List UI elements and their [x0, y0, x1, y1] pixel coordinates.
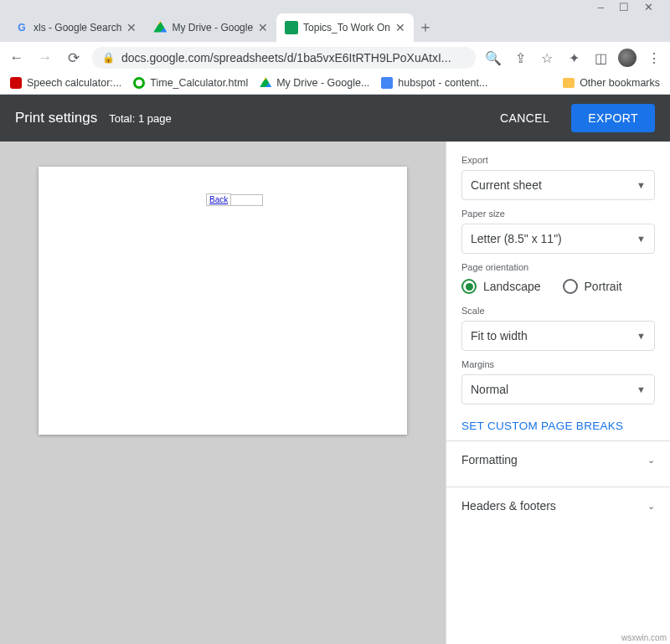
portrait-radio[interactable]: Portrait: [563, 279, 622, 294]
forward-button[interactable]: →: [35, 49, 55, 66]
chevron-down-icon: ▼: [636, 384, 646, 394]
share-icon[interactable]: ⇪: [511, 50, 529, 66]
drive-icon: [153, 21, 167, 34]
maximize-icon[interactable]: ☐: [619, 1, 629, 13]
bookmark-2[interactable]: My Drive - Google...: [260, 77, 369, 89]
cancel-button[interactable]: CANCEL: [490, 111, 559, 125]
other-bookmarks[interactable]: Other bookmarks: [563, 77, 660, 89]
toolbar: ← → ⟳ 🔒 docs.google.com/spreadsheets/d/1…: [0, 42, 670, 74]
chevron-down-icon: ⌄: [647, 501, 655, 512]
profile-avatar[interactable]: [618, 49, 636, 67]
back-button[interactable]: ←: [7, 49, 27, 66]
print-settings-header: Print settings Total: 1 page CANCEL EXPO…: [0, 95, 670, 142]
tab-1[interactable]: My Drive - Google ✕: [145, 13, 276, 42]
minimize-icon[interactable]: –: [598, 1, 604, 13]
chevron-down-icon: ⌄: [647, 455, 655, 466]
bookmark-0[interactable]: Speech calculator:...: [10, 77, 121, 89]
page-preview: Back: [39, 167, 407, 435]
close-window-icon[interactable]: ✕: [644, 1, 653, 13]
bookmark-label: My Drive - Google...: [276, 77, 369, 89]
sheets-icon: [285, 21, 298, 34]
tab-title: Topics_To Work On: [303, 22, 390, 33]
google-icon: [15, 21, 28, 34]
export-label: Export: [461, 155, 655, 165]
radio-label: Portrait: [585, 280, 622, 293]
export-select[interactable]: Current sheet ▼: [461, 170, 655, 200]
bookmark-3[interactable]: hubspot - content...: [381, 77, 487, 89]
close-icon[interactable]: ✕: [258, 21, 268, 34]
zoom-icon[interactable]: 🔍: [484, 50, 502, 66]
radio-label: Landscape: [483, 280, 541, 293]
paper-size-select[interactable]: Letter (8.5" x 11") ▼: [461, 224, 655, 254]
print-body: Back Export Current sheet ▼ Paper size L…: [0, 142, 670, 644]
export-button[interactable]: EXPORT: [571, 104, 655, 132]
select-value: Normal: [471, 383, 508, 396]
close-icon[interactable]: ✕: [126, 21, 137, 34]
page-title: Print settings: [15, 110, 97, 126]
browser-chrome: – ☐ ✕ xls - Google Search ✕ My Drive - G…: [0, 0, 670, 95]
preview-cell-link: Back: [206, 193, 231, 206]
new-tab-button[interactable]: ＋: [414, 17, 437, 37]
close-icon[interactable]: ✕: [395, 21, 405, 34]
tab-0[interactable]: xls - Google Search ✕: [7, 13, 145, 42]
expander-label: Headers & footers: [461, 499, 556, 513]
folder-icon: [563, 78, 575, 88]
watermark: wsxwin.com: [621, 633, 667, 642]
orientation-label: Page orientation: [461, 262, 655, 272]
scale-label: Scale: [461, 306, 655, 316]
total-pages: Total: 1 page: [109, 112, 171, 125]
chevron-down-icon: ▼: [636, 331, 646, 341]
bookmarks-bar: Speech calculator:... Time_Calculator.ht…: [0, 74, 670, 95]
address-bar[interactable]: 🔒 docs.google.com/spreadsheets/d/1ba5vxE…: [92, 47, 476, 69]
preview-cell: [231, 194, 263, 206]
margins-select[interactable]: Normal ▼: [461, 374, 655, 404]
bookmark-1[interactable]: Time_Calculator.html: [133, 77, 248, 89]
select-value: Current sheet: [471, 178, 542, 192]
bookmark-label: hubspot - content...: [398, 77, 487, 89]
settings-panel: Export Current sheet ▼ Paper size Letter…: [446, 142, 670, 644]
reload-button[interactable]: ⟳: [64, 49, 84, 67]
lock-icon: 🔒: [102, 52, 115, 64]
landscape-radio[interactable]: Landscape: [461, 279, 541, 294]
bookmark-label: Time_Calculator.html: [150, 77, 248, 89]
tab-title: My Drive - Google: [172, 22, 253, 33]
extensions-icon[interactable]: ✦: [564, 50, 583, 66]
select-value: Letter (8.5" x 11"): [471, 232, 562, 245]
bookmark-icon: [260, 77, 271, 89]
chevron-down-icon: ▼: [636, 234, 646, 244]
window-controls: – ☐ ✕: [0, 0, 670, 12]
tab-title: xls - Google Search: [34, 22, 121, 33]
tab-2[interactable]: Topics_To Work On ✕: [276, 13, 414, 42]
scale-select[interactable]: Fit to width ▼: [461, 321, 655, 351]
tab-strip: xls - Google Search ✕ My Drive - Google …: [0, 12, 670, 42]
margins-label: Margins: [461, 359, 655, 369]
chevron-down-icon: ▼: [636, 180, 646, 190]
bookmark-label: Other bookmarks: [580, 77, 660, 89]
bookmark-icon: [133, 77, 145, 89]
star-icon[interactable]: ☆: [538, 50, 556, 66]
expander-label: Formatting: [461, 453, 518, 466]
headers-footers-expander[interactable]: Headers & footers ⌄: [446, 487, 670, 524]
select-value: Fit to width: [471, 329, 528, 343]
bookmark-icon: [381, 77, 393, 89]
preview-area: Back: [0, 142, 446, 644]
radio-icon: [461, 279, 477, 294]
bookmark-label: Speech calculator:...: [27, 77, 121, 89]
address-text: docs.google.com/spreadsheets/d/1ba5vxE6I…: [121, 51, 466, 64]
paper-size-label: Paper size: [461, 209, 655, 219]
bookmark-icon: [10, 77, 22, 89]
radio-icon: [563, 279, 578, 294]
preview-cell-row: Back: [206, 193, 263, 206]
menu-icon[interactable]: ⋮: [645, 50, 663, 66]
formatting-expander[interactable]: Formatting ⌄: [446, 440, 670, 478]
orientation-radios: Landscape Portrait: [461, 279, 655, 294]
set-page-breaks-link[interactable]: SET CUSTOM PAGE BREAKS: [461, 420, 655, 432]
sidepanel-icon[interactable]: ◫: [591, 50, 610, 66]
